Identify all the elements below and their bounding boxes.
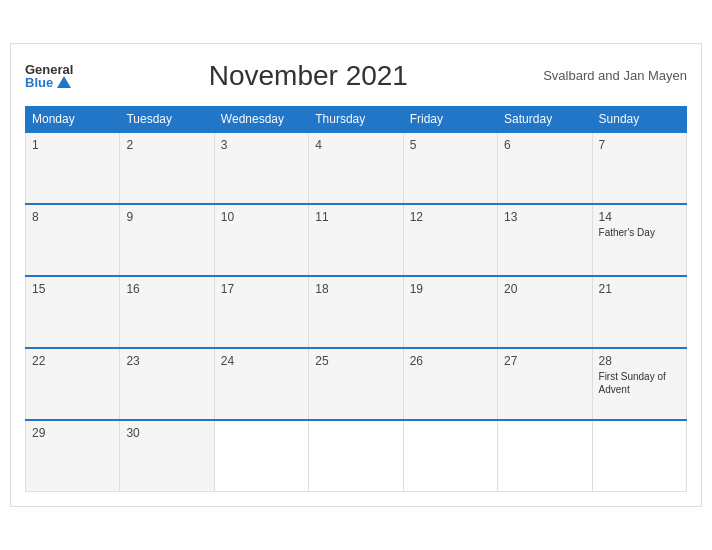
calendar-cell: 15 bbox=[26, 276, 120, 348]
date-number: 7 bbox=[599, 138, 680, 152]
calendar-cell: 10 bbox=[214, 204, 308, 276]
event-label: First Sunday of Advent bbox=[599, 370, 680, 396]
calendar-header: General Blue November 2021 Svalbard and … bbox=[25, 60, 687, 92]
date-number: 25 bbox=[315, 354, 396, 368]
date-number: 15 bbox=[32, 282, 113, 296]
logo: General Blue bbox=[25, 63, 73, 89]
weekday-header: Thursday bbox=[309, 106, 403, 132]
date-number: 19 bbox=[410, 282, 491, 296]
calendar-cell: 18 bbox=[309, 276, 403, 348]
calendar-week-row: 15161718192021 bbox=[26, 276, 687, 348]
date-number: 8 bbox=[32, 210, 113, 224]
calendar-cell: 11 bbox=[309, 204, 403, 276]
event-label: Father's Day bbox=[599, 226, 680, 239]
weekday-header-row: MondayTuesdayWednesdayThursdayFridaySatu… bbox=[26, 106, 687, 132]
logo-blue-text: Blue bbox=[25, 76, 73, 89]
date-number: 18 bbox=[315, 282, 396, 296]
weekday-header: Monday bbox=[26, 106, 120, 132]
date-number: 29 bbox=[32, 426, 113, 440]
calendar-cell: 13 bbox=[498, 204, 592, 276]
date-number: 13 bbox=[504, 210, 585, 224]
logo-triangle-icon bbox=[57, 76, 71, 88]
date-number: 4 bbox=[315, 138, 396, 152]
date-number: 2 bbox=[126, 138, 207, 152]
calendar-cell: 16 bbox=[120, 276, 214, 348]
calendar-cell: 9 bbox=[120, 204, 214, 276]
calendar-cell bbox=[403, 420, 497, 492]
calendar-cell: 1 bbox=[26, 132, 120, 204]
calendar-cell: 12 bbox=[403, 204, 497, 276]
date-number: 16 bbox=[126, 282, 207, 296]
calendar-cell bbox=[214, 420, 308, 492]
calendar-cell: 17 bbox=[214, 276, 308, 348]
calendar-cell bbox=[309, 420, 403, 492]
calendar-cell bbox=[592, 420, 686, 492]
calendar-cell: 5 bbox=[403, 132, 497, 204]
date-number: 10 bbox=[221, 210, 302, 224]
date-number: 23 bbox=[126, 354, 207, 368]
calendar-week-row: 2930 bbox=[26, 420, 687, 492]
logo-general-text: General bbox=[25, 63, 73, 76]
weekday-header: Friday bbox=[403, 106, 497, 132]
date-number: 14 bbox=[599, 210, 680, 224]
date-number: 24 bbox=[221, 354, 302, 368]
weekday-header: Saturday bbox=[498, 106, 592, 132]
calendar-cell: 24 bbox=[214, 348, 308, 420]
calendar-cell: 19 bbox=[403, 276, 497, 348]
date-number: 22 bbox=[32, 354, 113, 368]
calendar-grid: MondayTuesdayWednesdayThursdayFridaySatu… bbox=[25, 106, 687, 493]
date-number: 9 bbox=[126, 210, 207, 224]
calendar-cell: 2 bbox=[120, 132, 214, 204]
date-number: 21 bbox=[599, 282, 680, 296]
calendar-cell: 28First Sunday of Advent bbox=[592, 348, 686, 420]
calendar-cell: 23 bbox=[120, 348, 214, 420]
date-number: 3 bbox=[221, 138, 302, 152]
date-number: 1 bbox=[32, 138, 113, 152]
date-number: 17 bbox=[221, 282, 302, 296]
calendar-cell: 30 bbox=[120, 420, 214, 492]
calendar-title: November 2021 bbox=[73, 60, 543, 92]
calendar-cell: 4 bbox=[309, 132, 403, 204]
calendar-cell: 22 bbox=[26, 348, 120, 420]
calendar-cell: 25 bbox=[309, 348, 403, 420]
date-number: 30 bbox=[126, 426, 207, 440]
calendar-week-row: 891011121314Father's Day bbox=[26, 204, 687, 276]
calendar-cell: 7 bbox=[592, 132, 686, 204]
weekday-header: Tuesday bbox=[120, 106, 214, 132]
weekday-header: Wednesday bbox=[214, 106, 308, 132]
calendar-region: Svalbard and Jan Mayen bbox=[543, 68, 687, 83]
calendar-week-row: 22232425262728First Sunday of Advent bbox=[26, 348, 687, 420]
date-number: 26 bbox=[410, 354, 491, 368]
calendar-week-row: 1234567 bbox=[26, 132, 687, 204]
date-number: 6 bbox=[504, 138, 585, 152]
date-number: 20 bbox=[504, 282, 585, 296]
calendar-cell: 26 bbox=[403, 348, 497, 420]
calendar-cell: 27 bbox=[498, 348, 592, 420]
date-number: 12 bbox=[410, 210, 491, 224]
date-number: 11 bbox=[315, 210, 396, 224]
date-number: 27 bbox=[504, 354, 585, 368]
date-number: 28 bbox=[599, 354, 680, 368]
calendar-cell: 20 bbox=[498, 276, 592, 348]
calendar-cell: 6 bbox=[498, 132, 592, 204]
weekday-header: Sunday bbox=[592, 106, 686, 132]
calendar-cell: 29 bbox=[26, 420, 120, 492]
calendar-cell: 3 bbox=[214, 132, 308, 204]
calendar-cell bbox=[498, 420, 592, 492]
calendar-container: General Blue November 2021 Svalbard and … bbox=[10, 43, 702, 508]
calendar-cell: 14Father's Day bbox=[592, 204, 686, 276]
calendar-cell: 8 bbox=[26, 204, 120, 276]
date-number: 5 bbox=[410, 138, 491, 152]
calendar-cell: 21 bbox=[592, 276, 686, 348]
